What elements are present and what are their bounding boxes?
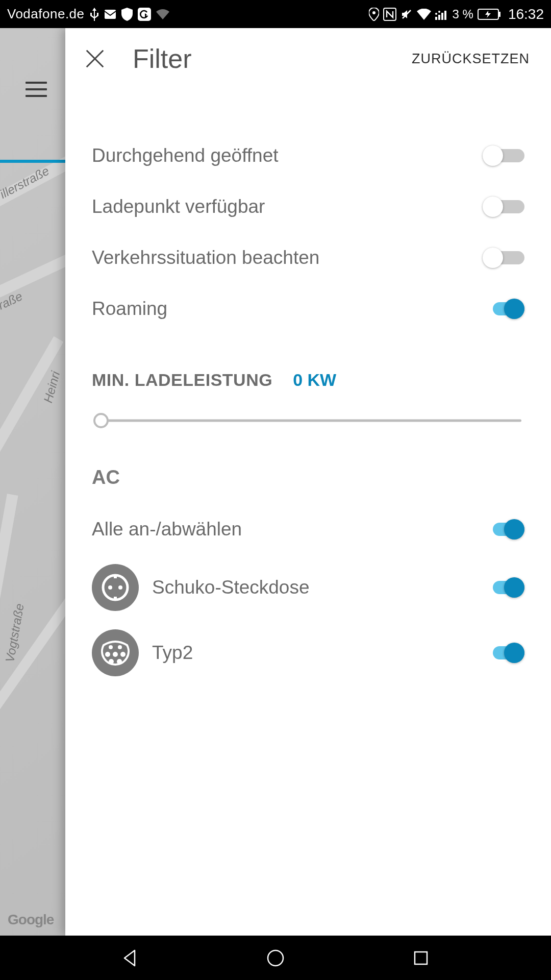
svg-point-2 (372, 11, 375, 14)
type2-plug-icon (92, 629, 139, 676)
mute-icon (400, 8, 413, 20)
svg-point-20 (105, 652, 110, 657)
svg-point-19 (118, 645, 122, 649)
location-icon (369, 8, 379, 21)
schuko-plug-icon (92, 564, 139, 611)
svg-rect-17 (114, 597, 117, 601)
svg-point-21 (113, 652, 118, 657)
svg-point-22 (120, 652, 126, 657)
plug-label-schuko: Schuko-Steckdose (152, 577, 418, 598)
toggle-label-roaming: Roaming (92, 298, 418, 320)
svg-point-13 (103, 575, 128, 600)
panel-title: Filter (133, 43, 192, 74)
toggle-label-open247: Durchgehend geöffnet (92, 145, 418, 166)
android-status-bar: Vodafone.de 3 % (0, 0, 418, 28)
plug-label-type2: Typ2 (152, 642, 418, 664)
wifi-icon (417, 9, 418, 20)
reset-button[interactable]: ZURÜCKSETZEN (412, 51, 418, 67)
min-power-slider[interactable] (95, 410, 418, 431)
svg-point-18 (109, 645, 113, 649)
slider-thumb[interactable] (93, 413, 109, 428)
select-all-label: Alle an-/abwählen (92, 519, 418, 540)
toggle-label-traffic: Verkehrssituation beachten (92, 247, 418, 268)
svg-point-15 (118, 585, 122, 590)
toggle-label-available: Ladepunkt verfügbar (92, 196, 418, 217)
carrier-label: Vodafone.de (7, 6, 85, 22)
svg-point-23 (109, 659, 114, 664)
nfc-icon (383, 8, 396, 21)
ac-section-header: AC (92, 467, 418, 488)
filter-panel: Filter ZURÜCKSETZEN Durchgehend geöffnet… (65, 28, 418, 743)
shield-icon (121, 8, 133, 21)
min-power-title: MIN. LADELEISTUNG (92, 370, 272, 390)
close-icon[interactable] (85, 48, 105, 69)
min-power-value: 0 KW (293, 370, 336, 390)
usb-icon (90, 8, 99, 21)
menu-button[interactable] (26, 82, 47, 97)
svg-rect-0 (105, 10, 116, 19)
svg-rect-16 (114, 574, 117, 578)
outlook-icon (104, 8, 116, 20)
svg-rect-1 (138, 8, 151, 21)
svg-point-14 (108, 585, 112, 590)
svg-point-24 (117, 659, 122, 664)
active-tab-indicator (0, 160, 65, 163)
wifi-weak-icon (156, 9, 169, 19)
grammarly-icon (138, 8, 151, 21)
